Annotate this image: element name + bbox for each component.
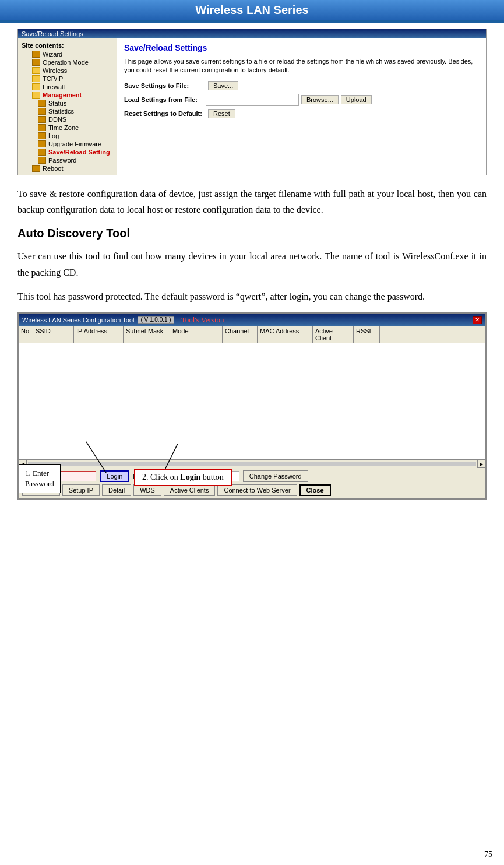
sidebar-item-tcpip: TCP/IP <box>18 75 117 83</box>
timezone-icon <box>38 124 46 131</box>
tool-table-body <box>19 343 485 460</box>
sidebar-title: Site contents: <box>18 41 117 50</box>
wds-button[interactable]: WDS <box>133 484 161 496</box>
body-text-save-restore: To save & restore configuration data of … <box>17 186 487 217</box>
log-icon <box>38 132 46 139</box>
tool-table-header: No SSID IP Address Subnet Mask Mode Chan… <box>19 326 485 343</box>
operation-icon <box>32 59 40 66</box>
tool-window-container: Wireless LAN Series Configuration Tool (… <box>17 312 487 500</box>
col-mode: Mode <box>170 326 223 343</box>
upload-button[interactable]: Upload <box>341 95 372 104</box>
reset-button[interactable]: Reset <box>208 109 235 118</box>
tool-title-text: Wireless LAN Series Configuration Tool <box>22 317 134 324</box>
sidebar-item-upgrade: Upgrade Firmware <box>18 140 117 148</box>
save-button[interactable]: Save... <box>208 81 238 90</box>
screenshot-sidebar: Site contents: Wizard Operation Mode Wir… <box>18 38 117 175</box>
statistics-icon <box>38 108 46 115</box>
page-number: 75 <box>484 850 492 859</box>
sidebar-item-password: Password <box>18 156 117 164</box>
col-rssi: RSSI <box>354 326 380 343</box>
detail-button[interactable]: Detail <box>102 484 131 496</box>
auto-discovery-heading: Auto Discovery Tool <box>17 227 487 240</box>
save-label: Save Settings to File: <box>124 82 206 89</box>
main-panel: Save/Reload Settings This page allows yo… <box>117 38 486 175</box>
scroll-right-button[interactable]: ▶ <box>477 460 485 468</box>
tool-titlebar: Wireless LAN Series Configuration Tool (… <box>19 314 485 326</box>
screenshot-inner: Site contents: Wizard Operation Mode Wir… <box>18 38 486 175</box>
scroll-track <box>28 462 476 466</box>
tool-window: Wireless LAN Series Configuration Tool (… <box>17 312 487 500</box>
auto-discovery-para1: User can use this tool to find out how m… <box>17 248 487 280</box>
active-clients-button[interactable]: Active Clients <box>164 484 216 496</box>
col-mac: MAC Address <box>258 326 313 343</box>
screenshot-titlebar: Save/Reload Settings <box>18 29 486 38</box>
panel-title: Save/Reload Settings <box>124 43 479 52</box>
bottom-buttons: Discover Setup IP Detail WDS Active Clie… <box>22 484 331 496</box>
panel-description: This page allows you save current settin… <box>124 57 479 75</box>
col-active-client: Active Client <box>313 326 354 343</box>
login-button[interactable]: Login <box>100 470 129 482</box>
load-label: Load Settings from File: <box>124 96 206 103</box>
ddns-icon <box>38 116 46 123</box>
sidebar-item-reboot: Reboot <box>18 164 117 173</box>
click-login-annotation: 2. Click on Login button <box>134 469 232 486</box>
tool-title-left: Wireless LAN Series Configuration Tool (… <box>22 315 224 325</box>
screenshot-title-text: Save/Reload Settings <box>22 30 83 37</box>
tools-version-label: Tool's Version <box>181 315 224 325</box>
sidebar-item-save-reload: Save/Reload Setting <box>18 148 117 156</box>
password-icon <box>38 157 46 164</box>
sidebar-item-wireless: Wireless <box>18 66 117 75</box>
save-reload-screenshot: Save/Reload Settings Site contents: Wiza… <box>17 29 487 175</box>
reboot-icon <box>32 165 40 172</box>
col-subnet: Subnet Mask <box>124 326 170 343</box>
sidebar-item-operation: Operation Mode <box>18 58 117 66</box>
bottom-buttons-row: Discover Setup IP Detail WDS Active Clie… <box>22 484 482 496</box>
save-row: Save Settings to File: Save... <box>124 81 479 90</box>
sidebar-item-wizard: Wizard <box>18 50 117 58</box>
wizard-icon <box>32 51 40 58</box>
col-channel: Channel <box>223 326 258 343</box>
sidebar-item-management: Management <box>18 91 117 99</box>
reset-label: Reset Settings to Default: <box>124 110 206 117</box>
enter-password-annotation: 1. Enter Password <box>19 464 61 493</box>
header-title: Wireless LAN Series <box>195 3 308 16</box>
connect-web-server-button[interactable]: Connect to Web Server <box>217 484 297 496</box>
col-no: No <box>19 326 33 343</box>
load-row: Load Settings from File: Browse... Uploa… <box>124 94 479 106</box>
settings-table: Save Settings to File: Save... Load Sett… <box>124 81 479 118</box>
tcpip-icon <box>32 75 40 82</box>
col-ssid: SSID <box>33 326 74 343</box>
sidebar-item-timezone: Time Zone <box>18 124 117 132</box>
horizontal-scrollbar[interactable]: ◀ ▶ <box>19 460 485 468</box>
password-input[interactable] <box>55 471 96 481</box>
sidebar-item-status: Status <box>18 99 117 107</box>
change-password-button[interactable]: Change Password <box>243 470 308 482</box>
load-file-input[interactable] <box>206 94 299 106</box>
browse-button[interactable]: Browse... <box>301 95 339 104</box>
sidebar-item-ddns: DDNS <box>18 115 117 124</box>
firewall-icon <box>32 83 40 90</box>
management-icon <box>32 92 40 99</box>
sidebar-item-statistics: Statistics <box>18 107 117 115</box>
setup-ip-button[interactable]: Setup IP <box>62 484 100 496</box>
col-ip: IP Address <box>74 326 124 343</box>
tool-close-button[interactable]: ✕ <box>473 316 482 324</box>
tool-bottom-controls: Password: Login New Password: Change Pas… <box>19 468 485 498</box>
version-badge: ( V 1.0.0.1 ) <box>138 316 174 324</box>
close-button[interactable]: Close <box>299 484 331 496</box>
sidebar-item-log: Log <box>18 132 117 140</box>
reset-row: Reset Settings to Default: Reset <box>124 109 479 118</box>
auto-discovery-para2: This tool has password protected. The de… <box>17 289 487 304</box>
sidebar-item-firewall: Firewall <box>18 83 117 91</box>
page-header: Wireless LAN Series <box>0 0 504 20</box>
status-icon <box>38 100 46 107</box>
upgrade-icon <box>38 140 46 147</box>
password-row: Password: Login New Password: Change Pas… <box>22 470 482 482</box>
wireless-icon <box>32 67 40 74</box>
save-reload-icon <box>38 149 46 156</box>
